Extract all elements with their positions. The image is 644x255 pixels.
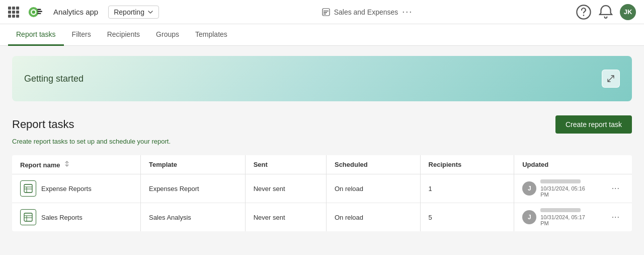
cell-recipients: 5 (420, 203, 514, 232)
svg-rect-7 (324, 11, 329, 12)
banner-title: Getting started (24, 74, 84, 84)
section-header: Report tasks Create report task (12, 115, 632, 134)
app-icon (322, 8, 330, 16)
reporting-dropdown[interactable]: Reporting (108, 6, 159, 19)
col-header-sent: Sent (245, 155, 326, 174)
svg-rect-8 (324, 12, 327, 13)
table-header-row: Report name Template Sent Scheduled Reci… (12, 155, 632, 174)
report-name-text[interactable]: Expense Reports (41, 185, 92, 193)
cell-updated: J 10/31/2024, 05:17 PM (514, 203, 600, 232)
app-name-label: Analytics app (53, 8, 98, 16)
grid-menu-icon[interactable] (8, 7, 19, 18)
cell-template: Sales Analysis (140, 203, 245, 232)
user-name-blurred (540, 208, 581, 212)
cell-template: Expenses Report (140, 174, 245, 203)
cell-report-name: Expense Reports (12, 174, 140, 203)
cell-updated: J 10/31/2024, 05:16 PM (514, 174, 600, 203)
spreadsheet-icon (20, 180, 36, 197)
notifications-button[interactable] (598, 4, 614, 20)
spreadsheet-icon (20, 209, 36, 225)
svg-rect-3 (37, 11, 42, 12)
tab-filters[interactable]: Filters (64, 24, 99, 46)
user-avatar[interactable]: JK (620, 4, 636, 20)
row-user-avatar: J (522, 210, 536, 224)
cell-actions: ··· (600, 203, 632, 232)
col-header-updated: Updated (514, 155, 600, 174)
expand-banner-button[interactable] (602, 70, 620, 88)
main-content: Getting started Report tasks Create repo… (0, 46, 644, 241)
center-nav-label[interactable]: Sales and Expenses (334, 8, 398, 16)
col-header-report-name[interactable]: Report name (12, 155, 140, 174)
help-button[interactable] (576, 4, 592, 20)
row-user-details: 10/31/2024, 05:16 PM (540, 179, 591, 198)
cell-sent: Never sent (245, 203, 326, 232)
cell-report-name: Sales Reports (12, 203, 140, 232)
col-header-recipients: Recipients (420, 155, 514, 174)
updated-date: 10/31/2024, 05:17 PM (540, 214, 591, 226)
tab-bar: Report tasks Filters Recipients Groups T… (0, 24, 644, 46)
report-name-text[interactable]: Sales Reports (41, 214, 83, 221)
row-more-options-button[interactable]: ··· (608, 182, 624, 195)
svg-rect-12 (24, 184, 32, 193)
center-nav-item: Sales and Expenses ··· (322, 7, 413, 17)
cell-sent: Never sent (245, 174, 326, 203)
getting-started-banner: Getting started (12, 56, 632, 101)
col-header-actions (600, 155, 632, 174)
col-header-scheduled: Scheduled (326, 155, 420, 174)
cell-recipients: 1 (420, 174, 514, 203)
create-report-task-button[interactable]: Create report task (555, 115, 632, 134)
tab-report-tasks[interactable]: Report tasks (8, 24, 64, 46)
chevron-down-icon (147, 9, 153, 15)
svg-rect-4 (37, 13, 41, 14)
nav-right-actions: JK (576, 4, 636, 20)
cell-scheduled: On reload (326, 203, 420, 232)
svg-rect-5 (37, 9, 41, 10)
tab-groups[interactable]: Groups (148, 24, 187, 46)
section-title: Report tasks (12, 118, 74, 131)
svg-rect-9 (324, 14, 326, 15)
table-row: Expense Reports Expenses Report Never se… (12, 174, 632, 203)
svg-point-11 (583, 15, 585, 16)
col-header-template: Template (140, 155, 245, 174)
section-subtitle: Create report tasks to set up and schedu… (12, 138, 632, 145)
sort-icon (64, 160, 70, 167)
updated-date: 10/31/2024, 05:16 PM (540, 185, 591, 198)
svg-rect-16 (24, 213, 32, 221)
table-row: Sales Reports Sales Analysis Never sent … (12, 203, 632, 232)
svg-point-2 (32, 10, 35, 14)
report-tasks-table: Report name Template Sent Scheduled Reci… (12, 155, 632, 231)
bell-icon (598, 4, 614, 20)
cell-actions: ··· (600, 174, 632, 203)
row-user-avatar: J (522, 181, 536, 196)
more-options-button[interactable]: ··· (402, 7, 413, 17)
expand-icon (607, 75, 615, 83)
top-navigation: Analytics app Reporting Sales and Expens… (0, 0, 644, 24)
user-name-blurred (540, 179, 581, 183)
cell-scheduled: On reload (326, 174, 420, 203)
tab-templates[interactable]: Templates (187, 24, 235, 46)
row-user-details: 10/31/2024, 05:17 PM (540, 208, 591, 226)
row-more-options-button[interactable]: ··· (608, 211, 624, 224)
tab-recipients[interactable]: Recipients (99, 24, 148, 46)
help-icon (576, 4, 592, 20)
reporting-dropdown-label: Reporting (114, 8, 144, 16)
qlik-logo[interactable] (25, 5, 45, 19)
